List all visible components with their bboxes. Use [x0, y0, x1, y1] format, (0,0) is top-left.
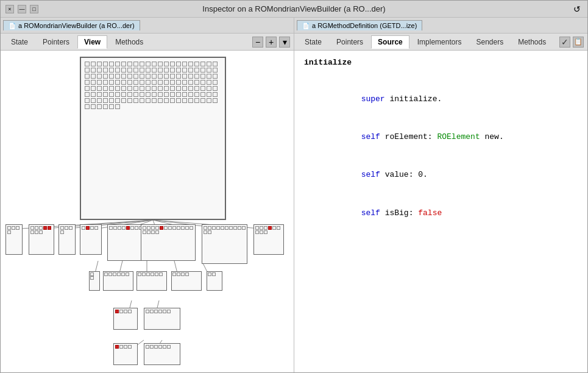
mini-dot	[176, 92, 181, 97]
tab-methods-left[interactable]: Methods	[108, 35, 150, 49]
mini-dot	[85, 86, 90, 91]
mini-dot	[158, 80, 163, 85]
tab-state-left[interactable]: State	[4, 35, 35, 49]
mini-dot	[85, 80, 90, 85]
mini-dot	[117, 272, 121, 276]
close-button[interactable]: ×	[5, 5, 14, 13]
mini-dot	[152, 86, 157, 91]
minus-button[interactable]: −	[252, 37, 263, 48]
mini-dot	[133, 68, 138, 73]
mini-dot	[167, 310, 171, 313]
mini-dot	[207, 80, 211, 85]
tab-senders-right[interactable]: Senders	[469, 35, 510, 49]
mini-dot	[260, 226, 263, 230]
mini-dot	[176, 74, 181, 79]
mini-dot-red	[48, 226, 51, 230]
mini-dot	[155, 230, 159, 234]
mini-dot	[164, 74, 169, 79]
mini-dot	[207, 74, 211, 79]
mini-dot	[121, 98, 126, 103]
right-pane-tab-icon: 📄	[302, 23, 310, 29]
mini-dot	[30, 230, 34, 234]
mini-dot	[207, 62, 211, 66]
left-pane-body[interactable]	[1, 51, 294, 372]
mini-dot	[204, 230, 207, 234]
main-content: 📄 a ROMondrianViewBuilder (a RO...der) S…	[1, 18, 587, 372]
tab-implementors-right[interactable]: Implementors	[411, 35, 469, 49]
refresh-button[interactable]: ↺	[572, 4, 583, 15]
right-nav-tabs: State Pointers Source Implementors Sende…	[294, 34, 587, 51]
mini-dot	[143, 230, 146, 234]
mini-dot	[113, 272, 116, 276]
mini-dot	[188, 62, 193, 66]
code-text: roElement:	[380, 132, 437, 141]
mini-dot	[207, 68, 211, 73]
mini-dot	[109, 226, 113, 230]
mini-dot	[85, 74, 90, 79]
right-pane-body[interactable]: initialize super initialize. self roElem…	[294, 51, 587, 372]
right-pane-title-tab[interactable]: 📄 a RGMethodDefinition (GETD...ize)	[297, 20, 422, 30]
tab-source-right[interactable]: Source	[371, 35, 409, 49]
mini-dot	[126, 272, 129, 276]
tab-pointers-left[interactable]: Pointers	[36, 35, 76, 49]
mini-dot	[264, 230, 267, 234]
mini-dot	[151, 226, 155, 230]
refresh-area: ↺	[572, 4, 583, 15]
mini-dot	[140, 62, 144, 66]
mini-dot	[213, 80, 218, 85]
mini-dot	[182, 68, 187, 73]
dropdown-button[interactable]: ▾	[279, 37, 290, 48]
mini-dot	[97, 62, 102, 66]
mini-dot	[158, 92, 163, 97]
mini-dot	[164, 86, 169, 91]
mini-dot	[164, 98, 169, 103]
mini-dot	[82, 226, 85, 230]
minimize-button[interactable]: —	[18, 5, 26, 13]
mini-dot	[194, 80, 199, 85]
mini-dot	[91, 80, 96, 85]
keyword-self-1: self	[361, 132, 380, 141]
mini-dot	[103, 92, 108, 97]
diagram-box-l3-4	[171, 271, 202, 291]
tab-view-left[interactable]: View	[77, 35, 107, 49]
mini-dot	[109, 86, 114, 91]
mini-dot	[115, 80, 120, 85]
mini-dot	[182, 92, 187, 97]
mini-dot	[185, 272, 189, 276]
left-tab-controls: − + ▾	[252, 37, 290, 48]
mini-dot	[97, 68, 102, 73]
maximize-button[interactable]: □	[30, 5, 38, 13]
left-pane-title-tab[interactable]: 📄 a ROMondrianViewBuilder (a RO...der)	[3, 20, 140, 30]
check-button[interactable]: ✓	[559, 37, 570, 48]
tab-state-right[interactable]: State	[298, 35, 328, 49]
mini-dot	[177, 272, 180, 276]
mini-dot	[146, 98, 151, 103]
right-tab-controls: ✓ 📋	[559, 37, 584, 48]
mini-dot	[97, 92, 102, 97]
mini-dot	[133, 74, 138, 79]
source-line-1: super initialize.	[304, 80, 578, 118]
mini-dot	[155, 272, 158, 276]
mini-dot	[170, 80, 175, 85]
mini-dot	[121, 92, 126, 97]
mini-dot	[97, 80, 102, 85]
mini-dot	[138, 272, 141, 276]
mini-dot-red	[43, 226, 47, 230]
right-pane-tab-bar: 📄 a RGMethodDefinition (GETD...ize)	[294, 18, 587, 34]
page-button[interactable]: 📋	[573, 37, 584, 48]
tab-methods-right[interactable]: Methods	[511, 35, 553, 49]
mini-dot	[113, 226, 117, 230]
mini-dot	[213, 92, 218, 97]
mini-dot	[170, 62, 175, 66]
mini-dot	[182, 74, 187, 79]
code-text: value: 0.	[380, 170, 428, 179]
mini-dot	[69, 226, 73, 230]
mini-dot	[158, 98, 163, 103]
code-text: new.	[480, 132, 504, 141]
tab-pointers-right[interactable]: Pointers	[330, 35, 370, 49]
plus-button[interactable]: +	[266, 37, 277, 48]
mini-dot	[194, 92, 199, 97]
mini-dot	[135, 226, 138, 230]
mini-dot	[188, 86, 193, 91]
mini-dot	[152, 98, 157, 103]
